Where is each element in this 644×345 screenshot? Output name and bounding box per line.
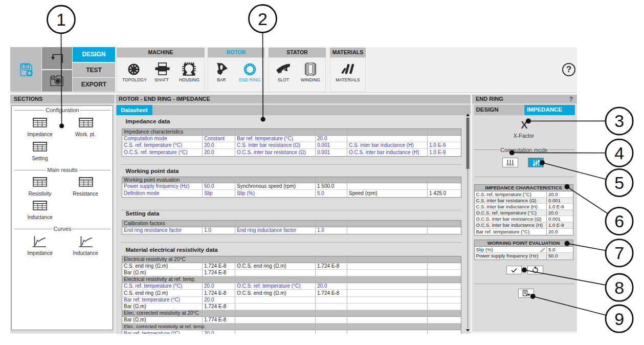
svg-text:7: 7 (614, 243, 624, 263)
svg-text:4: 4 (614, 143, 624, 163)
svg-text:5: 5 (614, 173, 624, 192)
svg-text:3: 3 (614, 111, 624, 131)
svg-text:2: 2 (258, 9, 268, 29)
svg-text:9: 9 (614, 309, 624, 329)
svg-text:1: 1 (56, 10, 66, 29)
svg-text:6: 6 (614, 211, 624, 231)
svg-text:8: 8 (614, 278, 624, 297)
